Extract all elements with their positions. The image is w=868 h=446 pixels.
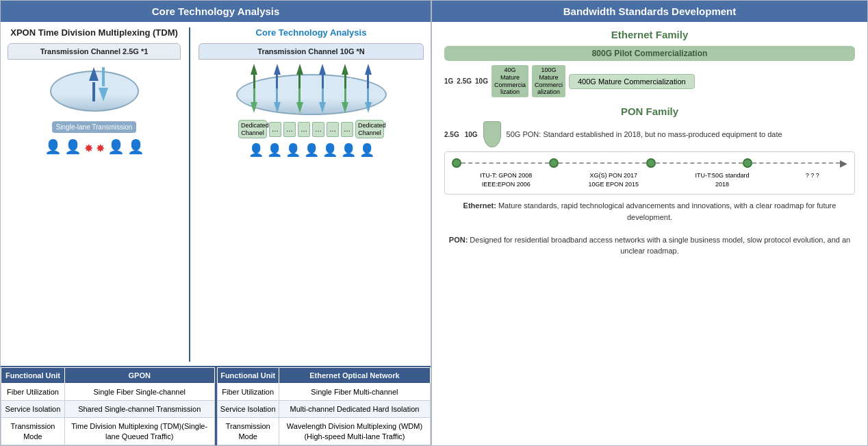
tl-label-2: XG(S) PON 201710GE EPON 2015 bbox=[589, 171, 639, 188]
eon-table: Functional Unit Ethernet Optical Network… bbox=[217, 367, 431, 445]
conflict-icon-2: ✸ bbox=[96, 142, 105, 155]
left-panel: Core Technology Analysis XPON Time Divis… bbox=[0, 0, 431, 446]
eon-diagram: Dedicated Channel … … … … … … Dedicated … bbox=[199, 60, 424, 158]
tdm-users: 👤 👤 ✸ ✸ 👤 👤 bbox=[44, 138, 144, 155]
tl-arrow: ▶ bbox=[840, 158, 847, 169]
tl-label-1: ITU-T: GPON 2008IEEE:EPON 2006 bbox=[480, 171, 532, 188]
ethernet-bold: Ethernet: bbox=[463, 201, 496, 210]
pon-summary: PON: Designed for residential broadband … bbox=[444, 234, 855, 257]
columns-divider bbox=[189, 27, 190, 362]
eon-user-1: 👤 bbox=[248, 143, 264, 158]
table-row: Service Isolation Shared Single-channel … bbox=[1, 401, 215, 418]
tl-line-4 bbox=[752, 162, 840, 164]
seg-4: … bbox=[312, 122, 324, 137]
eon-channel-label: Transmission Channel 10G *N bbox=[199, 43, 424, 60]
eon-user-5: 👤 bbox=[322, 143, 337, 158]
right-panel: Bandwidth Standards Development Ethernet… bbox=[431, 0, 868, 446]
eon-row3-val: Wavelength Division Multiplexing (WDM)(H… bbox=[279, 418, 430, 445]
pon-family-title: PON Family bbox=[444, 106, 855, 117]
eon-row1-key: Fiber Utilization bbox=[217, 383, 279, 400]
eth-10g: 10G bbox=[475, 77, 488, 85]
eon-header-eon: Ethernet Optical Network bbox=[279, 367, 430, 383]
eth-1g: 1G bbox=[444, 77, 453, 85]
eon-title: Core Technology Analysis bbox=[256, 27, 367, 39]
table-row: Fiber Utilization Single Fiber Multi-cha… bbox=[217, 383, 431, 400]
pon-cylinder bbox=[483, 121, 501, 147]
800g-label: 800G Pilot Commercialization bbox=[592, 49, 708, 58]
seg-5: … bbox=[327, 122, 339, 137]
eon-users: 👤 👤 👤 👤 👤 👤 👤 bbox=[248, 143, 374, 158]
eon-user-4: 👤 bbox=[304, 143, 319, 158]
gpon-row3-key: Transmission Mode bbox=[1, 418, 65, 445]
right-panel-header: Bandwidth Standards Development bbox=[432, 1, 867, 22]
table-row: Transmission Mode Wavelength Division Mu… bbox=[217, 418, 431, 445]
tl-label-3: ITU-T:50G standard2018 bbox=[695, 171, 749, 188]
timeline-labels: ITU-T: GPON 2008IEEE:EPON 2006 XG(S) PON… bbox=[452, 171, 847, 188]
conflict-icon: ✸ bbox=[84, 142, 93, 155]
gpon-header-fu: Functional Unit bbox=[1, 367, 65, 383]
eon-row1-val: Single Fiber Multi-channel bbox=[279, 383, 430, 400]
pon-25g: 2.5G bbox=[444, 131, 459, 138]
gpon-header-gpon: GPON bbox=[64, 367, 214, 383]
eth-400g-block: 400G Mature Commercialization bbox=[569, 74, 695, 89]
dedicated-channel-right: Dedicated Channel bbox=[355, 120, 384, 139]
gpon-table: Functional Unit GPON Fiber Utilization S… bbox=[1, 367, 215, 445]
summary-area: Ethernet: Mature standards, rapid techno… bbox=[444, 200, 855, 257]
eon-header-fu: Functional Unit bbox=[217, 367, 279, 383]
pon-bold: PON: bbox=[449, 236, 468, 244]
eon-user-2: 👤 bbox=[267, 143, 282, 158]
800g-bar: 800G Pilot Commercialization bbox=[444, 46, 855, 61]
tl-point-4 bbox=[743, 158, 752, 168]
tl-point-1 bbox=[452, 158, 461, 168]
tl-point-3 bbox=[646, 158, 656, 168]
timeline-track: ▶ bbox=[452, 158, 847, 169]
eth-25g: 2.5G bbox=[457, 77, 472, 85]
tdm-column: XPON Time Division Multiplexing (TDM) Tr… bbox=[8, 27, 181, 362]
eon-row3-key: Transmission Mode bbox=[217, 418, 279, 445]
left-panel-header: Core Technology Analysis bbox=[1, 1, 431, 22]
eon-user-6: 👤 bbox=[341, 143, 356, 158]
pon-50g-text: 50G PON: Standard established in 2018, b… bbox=[507, 130, 855, 138]
pon-row: 2.5G 10G 50G PON: Standard established i… bbox=[444, 121, 855, 147]
tl-line-2 bbox=[559, 162, 646, 164]
user-icon-3: 👤 bbox=[107, 138, 125, 155]
dedicated-channel-left: Dedicated Channel bbox=[238, 120, 267, 139]
eth-400g-label: 400G Mature Commercialization bbox=[578, 77, 686, 86]
tl-line-1 bbox=[461, 162, 549, 164]
dedicated-channel-row: Dedicated Channel … … … … … … Dedicated … bbox=[238, 120, 384, 139]
single-lane-label: Single-lane Transmission bbox=[52, 121, 137, 133]
seg-6: … bbox=[341, 122, 353, 137]
eon-row2-val: Multi-channel Dedicated Hard Isolation bbox=[279, 401, 430, 418]
table-row: Service Isolation Multi-channel Dedicate… bbox=[217, 401, 431, 418]
table-row: Transmission Mode Time Division Multiple… bbox=[1, 418, 215, 445]
gpon-row2-key: Service Isolation bbox=[1, 401, 65, 418]
eon-user-7: 👤 bbox=[359, 143, 374, 158]
gpon-row3-val: Time Division Multiplexing (TDM)(Single-… bbox=[64, 418, 214, 445]
gpon-row1-key: Fiber Utilization bbox=[1, 383, 65, 400]
seg-1: … bbox=[269, 122, 281, 137]
eon-user-3: 👤 bbox=[285, 143, 301, 158]
timeline-area: ▶ ITU-T: GPON 2008IEEE:EPON 2006 XG(S) P… bbox=[444, 151, 855, 195]
seg-3: … bbox=[298, 122, 310, 137]
table-row: Fiber Utilization Single Fiber Single-ch… bbox=[1, 383, 215, 400]
diagrams-area: XPON Time Division Multiplexing (TDM) Tr… bbox=[1, 22, 431, 362]
user-icon-4: 👤 bbox=[127, 138, 144, 155]
gpon-row2-val: Shared Single-channel Transmission bbox=[64, 401, 214, 418]
seg-2: … bbox=[283, 122, 296, 137]
tl-line-3 bbox=[656, 162, 743, 164]
eth-family-title: Ethernet Family bbox=[444, 29, 855, 40]
eth-100g-block: 100GMatureCommercialization bbox=[532, 65, 565, 97]
tl-label-4: ? ? ? bbox=[806, 171, 819, 188]
tl-point-2 bbox=[549, 158, 559, 168]
eth-speeds-row: 1G 2.5G 10G 40GMatureCommercialization 1… bbox=[444, 65, 855, 97]
pon-10g: 10G bbox=[465, 131, 478, 138]
user-icon-1: 👤 bbox=[44, 138, 62, 155]
ethernet-summary: Ethernet: Mature standards, rapid techno… bbox=[444, 200, 855, 223]
comparison-tables: Functional Unit GPON Fiber Utilization S… bbox=[1, 366, 431, 445]
eon-row2-key: Service Isolation bbox=[217, 401, 279, 418]
eth-40g-block: 40GMatureCommercialization bbox=[492, 65, 528, 97]
eon-column: Core Technology Analysis Transmission Ch… bbox=[199, 27, 424, 362]
tdm-diagram: Single-lane Transmission 👤 👤 ✸ ✸ 👤 👤 bbox=[8, 60, 181, 155]
gpon-row1-val: Single Fiber Single-channel bbox=[64, 383, 214, 400]
tdm-title: XPON Time Division Multiplexing (TDM) bbox=[10, 27, 178, 39]
